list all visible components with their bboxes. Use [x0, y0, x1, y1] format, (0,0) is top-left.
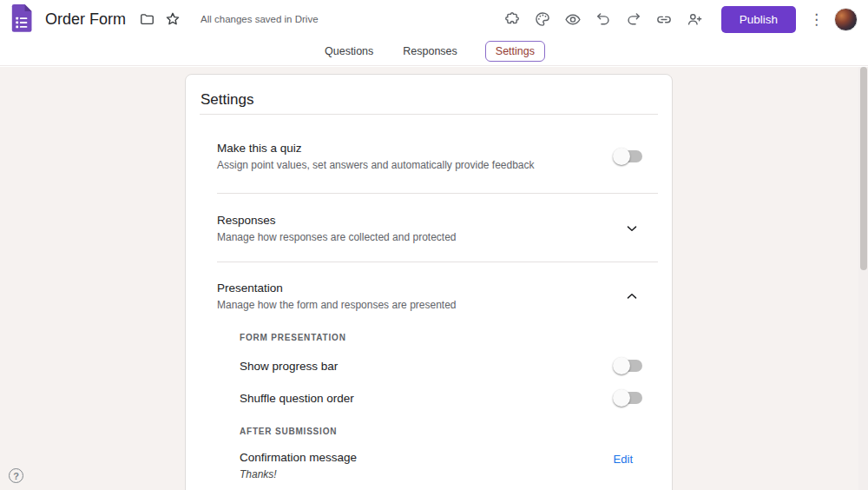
undo-icon[interactable]: [595, 10, 612, 28]
chevron-down-icon[interactable]: [624, 221, 640, 236]
confirmation-row: Confirmation message Thanks! Edit: [240, 451, 644, 480]
app-bar: Order Form All changes saved in Drive: [0, 0, 868, 38]
redo-icon[interactable]: [625, 10, 642, 28]
tab-bar: Questions Responses Settings: [0, 38, 868, 66]
shuffle-label: Shuffle question order: [240, 392, 613, 405]
presentation-description: Manage how the form and responses are pr…: [217, 299, 624, 311]
move-to-folder-icon[interactable]: [138, 10, 155, 28]
shuffle-row: Shuffle question order: [240, 389, 644, 407]
settings-heading: Settings: [186, 75, 672, 114]
chevron-up-icon[interactable]: [624, 288, 640, 304]
presentation-expanded-content: FORM PRESENTATION Show progress bar Shuf…: [186, 333, 672, 490]
show-progress-toggle[interactable]: [613, 357, 644, 374]
avatar[interactable]: [834, 8, 858, 31]
help-icon[interactable]: ?: [9, 468, 23, 483]
form-presentation-label: FORM PRESENTATION: [240, 333, 644, 342]
presentation-title: Presentation: [217, 281, 624, 295]
tab-responses[interactable]: Responses: [401, 40, 459, 63]
publish-button[interactable]: Publish: [721, 6, 796, 33]
copy-link-icon[interactable]: [655, 10, 673, 28]
add-collaborator-icon[interactable]: [686, 10, 703, 28]
star-icon[interactable]: [164, 10, 181, 28]
settings-card: Settings Make this a quiz Assign point v…: [185, 74, 673, 490]
document-title[interactable]: Order Form: [45, 10, 126, 29]
after-submission-label: AFTER SUBMISSION: [240, 427, 644, 436]
edit-confirmation-link[interactable]: Edit: [614, 453, 633, 466]
show-progress-label: Show progress bar: [240, 360, 613, 373]
quiz-description: Assign point values, set answers and aut…: [217, 159, 613, 171]
preview-eye-icon[interactable]: [564, 10, 582, 28]
tab-settings[interactable]: Settings: [485, 41, 545, 62]
responses-title: Responses: [217, 214, 624, 227]
more-menu-icon[interactable]: ⋮: [809, 12, 821, 27]
scrollbar-thumb[interactable]: [860, 67, 867, 270]
show-progress-row: Show progress bar: [240, 357, 644, 374]
quiz-toggle[interactable]: [613, 148, 644, 165]
theme-palette-icon[interactable]: [534, 10, 551, 28]
quiz-title: Make this a quiz: [217, 142, 613, 155]
extensions-icon[interactable]: [503, 10, 521, 28]
presentation-section-header[interactable]: Presentation Manage how the form and res…: [186, 262, 672, 311]
tab-questions[interactable]: Questions: [323, 40, 375, 63]
save-status[interactable]: All changes saved in Drive: [201, 14, 319, 24]
forms-logo[interactable]: [9, 4, 33, 34]
responses-section[interactable]: Responses Manage how responses are colle…: [186, 194, 672, 262]
quiz-section: Make this a quiz Assign point values, se…: [186, 115, 672, 193]
confirmation-title: Confirmation message: [240, 451, 614, 464]
responses-description: Manage how responses are collected and p…: [217, 231, 624, 243]
confirmation-value: Thanks!: [240, 468, 614, 480]
shuffle-toggle[interactable]: [613, 389, 644, 407]
settings-page: Settings Make this a quiz Assign point v…: [0, 67, 868, 490]
